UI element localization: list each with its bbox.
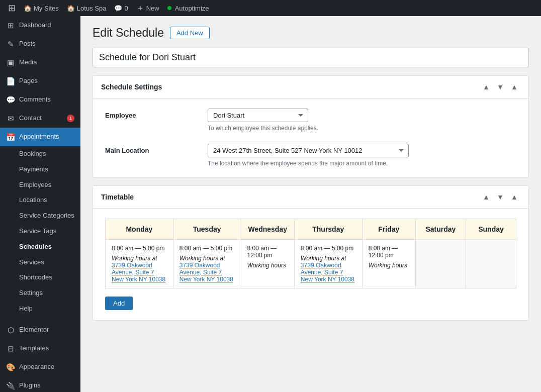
sidebar-item-elementor[interactable]: ⬡ Elementor xyxy=(0,321,80,339)
timetable-table: Monday Tuesday Wednesday Thursday Friday… xyxy=(105,219,516,288)
contact-icon: ✉ xyxy=(6,113,15,124)
schedule-name-input[interactable] xyxy=(93,48,529,67)
sidebar-sub-services[interactable]: Services xyxy=(0,255,80,270)
col-saturday: Saturday xyxy=(415,219,466,240)
employee-select[interactable]: Dori Stuart xyxy=(208,109,308,122)
timetable-collapse-up-btn[interactable]: ▲ xyxy=(480,191,492,203)
monday-location-link[interactable]: 3739 Oakwood Avenue, Suite 7 New York NY… xyxy=(112,262,165,283)
schedule-settings-panel: Schedule Settings ▲ ▼ ▲ Employee Dori St… xyxy=(93,75,529,177)
location-hint: The location where the employee spends t… xyxy=(208,160,516,167)
monday-working: Working hours at xyxy=(112,255,167,262)
monday-cell[interactable]: 8:00 am — 5:00 pm Working hours at 3739 … xyxy=(106,240,173,288)
panel-collapse-up-btn[interactable]: ▲ xyxy=(480,81,492,93)
timetable-header-row: Monday Tuesday Wednesday Thursday Friday… xyxy=(106,219,516,240)
sidebar-item-dashboard[interactable]: ⊞ Dashboard xyxy=(0,16,80,35)
sidebar-item-comments[interactable]: 💬 Comments xyxy=(0,90,80,109)
site-name[interactable]: 🏠 Lotus Spa xyxy=(63,0,111,16)
timetable-header: Timetable ▲ ▼ ▲ xyxy=(93,186,528,209)
comments-icon: 💬 xyxy=(114,5,122,12)
sidebar-sub-employees[interactable]: Employees xyxy=(0,177,80,193)
autoptimize-dot xyxy=(167,6,171,10)
new-content-menu[interactable]: ＋ New xyxy=(132,0,163,16)
panel-controls: ▲ ▼ ▲ xyxy=(480,81,520,93)
add-new-button[interactable]: Add New xyxy=(170,27,210,39)
wednesday-time: 8:00 am — 12:00 pm xyxy=(247,245,288,259)
col-tuesday: Tuesday xyxy=(173,219,241,240)
tuesday-working: Working hours at xyxy=(179,255,235,262)
wp-logo[interactable]: ⊞ xyxy=(4,0,20,16)
location-label: Main Location xyxy=(105,144,196,154)
sidebar-sub-locations[interactable]: Locations xyxy=(0,192,80,208)
tuesday-location-link[interactable]: 3739 Oakwood Avenue, Suite 7 New York NY… xyxy=(179,262,233,283)
col-wednesday: Wednesday xyxy=(241,219,294,240)
site-home-icon: 🏠 xyxy=(67,5,75,12)
wednesday-working: Working hours xyxy=(247,262,288,269)
plugins-icon: 🔌 xyxy=(6,380,15,391)
thursday-cell[interactable]: 8:00 am — 5:00 pm Working hours at 3739 … xyxy=(294,240,362,288)
page-title: Edit Schedule xyxy=(93,26,164,40)
employee-row: Employee Dori Stuart To which employee t… xyxy=(105,109,516,132)
autoptimize-menu[interactable]: Autoptimize xyxy=(163,0,213,16)
main-content: Edit Schedule Add New Schedule Settings … xyxy=(80,16,541,392)
timetable-controls: ▲ ▼ ▲ xyxy=(480,191,520,203)
sidebar: ⊞ Dashboard ✎ Posts ▣ Media 📄 Pages 💬 Co… xyxy=(0,16,80,392)
media-icon: ▣ xyxy=(6,57,15,68)
thursday-working: Working hours at xyxy=(301,255,356,262)
sidebar-sub-service-categories[interactable]: Service Categories xyxy=(0,208,80,224)
add-timetable-button[interactable]: Add xyxy=(105,297,133,310)
sidebar-sub-schedules[interactable]: Schedules xyxy=(0,239,80,255)
sidebar-item-templates[interactable]: ⊟ Templates xyxy=(0,339,80,358)
timetable-collapse-down-btn[interactable]: ▼ xyxy=(494,191,506,203)
plus-icon: ＋ xyxy=(136,3,144,14)
sidebar-item-contact[interactable]: ✉ Contact 1 xyxy=(0,109,80,128)
col-monday: Monday xyxy=(106,219,173,240)
location-row: Main Location 24 West 27th Street, Suite… xyxy=(105,144,516,167)
friday-cell[interactable]: 8:00 am — 12:00 pm Working hours xyxy=(362,240,415,288)
schedule-settings-body: Employee Dori Stuart To which employee t… xyxy=(93,99,528,177)
friday-working: Working hours xyxy=(369,262,409,269)
schedule-settings-header: Schedule Settings ▲ ▼ ▲ xyxy=(93,76,528,99)
sidebar-sub-service-tags[interactable]: Service Tags xyxy=(0,224,80,239)
location-field: 24 West 27th Street, Suite 527 New York … xyxy=(208,144,516,167)
sidebar-sub-payments[interactable]: Payments xyxy=(0,162,80,177)
contact-badge: 1 xyxy=(67,115,74,122)
employee-hint: To which employee this schedule applies. xyxy=(208,125,516,132)
panel-expand-btn[interactable]: ▲ xyxy=(508,81,520,93)
sidebar-item-appointments[interactable]: 📅 Appointments xyxy=(0,128,80,146)
page-header: Edit Schedule Add New xyxy=(93,26,529,40)
panel-collapse-down-btn[interactable]: ▼ xyxy=(494,81,506,93)
comments-link[interactable]: 💬 0 xyxy=(110,0,132,16)
my-sites-menu[interactable]: 🏠 My Sites xyxy=(20,0,63,16)
sidebar-item-media[interactable]: ▣ Media xyxy=(0,53,80,72)
tuesday-cell[interactable]: 8:00 am — 5:00 pm Working hours at 3739 … xyxy=(173,240,241,288)
location-select[interactable]: 24 West 27th Street, Suite 527 New York … xyxy=(208,144,409,157)
pages-icon: 📄 xyxy=(6,76,15,86)
tuesday-time: 8:00 am — 5:00 pm xyxy=(179,245,235,252)
posts-icon: ✎ xyxy=(6,39,15,49)
timetable-title: Timetable xyxy=(101,193,134,201)
sidebar-item-pages[interactable]: 📄 Pages xyxy=(0,72,80,90)
employee-field: Dori Stuart To which employee this sched… xyxy=(208,109,516,132)
sidebar-sub-bookings[interactable]: Bookings xyxy=(0,146,80,162)
sidebar-sub-shortcodes[interactable]: Shortcodes xyxy=(0,270,80,285)
timetable-body: Monday Tuesday Wednesday Thursday Friday… xyxy=(93,209,528,320)
timetable-expand-btn[interactable]: ▲ xyxy=(508,191,520,203)
sidebar-item-posts[interactable]: ✎ Posts xyxy=(0,35,80,53)
friday-time: 8:00 am — 12:00 pm xyxy=(369,245,409,259)
saturday-cell[interactable] xyxy=(415,240,466,288)
sunday-cell[interactable] xyxy=(466,240,516,288)
appointments-icon: 📅 xyxy=(6,132,15,142)
schedule-settings-title: Schedule Settings xyxy=(101,83,162,91)
timetable-panel: Timetable ▲ ▼ ▲ Monday Tuesday Wednesday… xyxy=(93,185,529,321)
sidebar-sub-help[interactable]: Help xyxy=(0,301,80,317)
admin-bar: ⊞ 🏠 My Sites 🏠 Lotus Spa 💬 0 ＋ New Autop… xyxy=(0,0,541,16)
thursday-location-link[interactable]: 3739 Oakwood Avenue, Suite 7 New York NY… xyxy=(301,262,354,283)
sidebar-item-appearance[interactable]: 🎨 Appearance xyxy=(0,358,80,376)
wednesday-cell[interactable]: 8:00 am — 12:00 pm Working hours xyxy=(241,240,294,288)
templates-icon: ⊟ xyxy=(6,343,15,354)
col-friday: Friday xyxy=(362,219,415,240)
thursday-time: 8:00 am — 5:00 pm xyxy=(301,245,356,252)
sidebar-sub-settings[interactable]: Settings xyxy=(0,285,80,301)
sidebar-item-plugins[interactable]: 🔌 Plugins xyxy=(0,376,80,392)
col-thursday: Thursday xyxy=(294,219,362,240)
